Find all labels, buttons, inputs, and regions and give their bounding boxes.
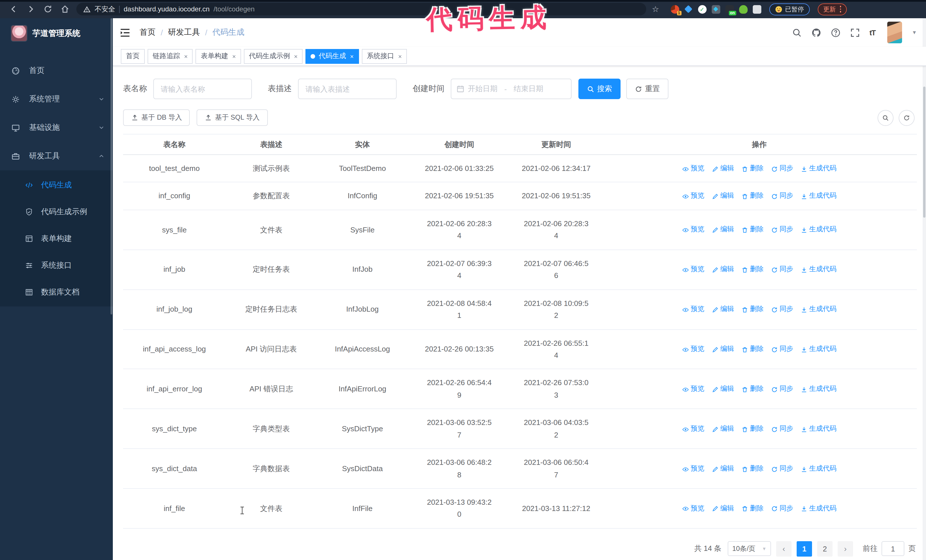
page-scrollbar[interactable]	[923, 18, 926, 560]
delete-action[interactable]: 删除	[741, 463, 764, 474]
edit-action[interactable]: 编辑	[712, 163, 734, 174]
edit-action[interactable]: 编辑	[712, 264, 734, 275]
page-button-1[interactable]: 1	[797, 541, 812, 557]
edit-action[interactable]: 编辑	[712, 463, 734, 474]
bookmark-icon[interactable]	[652, 5, 659, 14]
delete-action[interactable]: 删除	[741, 163, 764, 174]
tab-trace[interactable]: 链路追踪×	[148, 49, 193, 63]
sync-action[interactable]: 同步	[771, 503, 793, 514]
avatar[interactable]	[887, 22, 902, 43]
edit-action[interactable]: 编辑	[712, 503, 734, 514]
reset-button[interactable]: 重置	[626, 78, 669, 99]
extension-icon[interactable]	[698, 5, 706, 14]
generate-code-action[interactable]: 生成代码	[800, 383, 837, 395]
tab-form-builder[interactable]: 表单构建×	[196, 49, 241, 63]
sidebar-item-home[interactable]: 首页	[0, 56, 113, 85]
delete-action[interactable]: 删除	[741, 383, 764, 395]
fullscreen-icon[interactable]	[850, 28, 860, 37]
sidebar-item-infra[interactable]: 基础设施	[0, 113, 113, 142]
delete-action[interactable]: 删除	[741, 224, 764, 235]
edit-action[interactable]: 编辑	[712, 423, 734, 435]
delete-action[interactable]: 删除	[741, 344, 764, 355]
sync-action[interactable]: 同步	[771, 224, 793, 235]
sync-action[interactable]: 同步	[771, 344, 793, 355]
date-range-picker[interactable]: 开始日期 - 结束日期	[451, 78, 572, 99]
preview-action[interactable]: 预览	[682, 383, 704, 395]
generate-code-action[interactable]: 生成代码	[800, 423, 837, 435]
preview-action[interactable]: 预览	[682, 344, 704, 355]
font-size-icon[interactable]: tT	[870, 28, 876, 37]
search-button[interactable]: 搜索	[578, 78, 620, 99]
table-name-input[interactable]	[153, 78, 252, 99]
tab-close-icon[interactable]: ×	[232, 53, 236, 60]
preview-action[interactable]: 预览	[682, 163, 704, 174]
edit-action[interactable]: 编辑	[712, 190, 734, 202]
extension-icon[interactable]	[711, 5, 720, 14]
sidebar-item-form-builder[interactable]: 表单构建	[0, 225, 113, 252]
sync-action[interactable]: 同步	[771, 383, 793, 395]
preview-action[interactable]: 预览	[682, 224, 704, 235]
generate-code-action[interactable]: 生成代码	[800, 264, 837, 275]
preview-action[interactable]: 预览	[682, 503, 704, 514]
tab-home[interactable]: 首页	[121, 49, 145, 63]
search-icon[interactable]	[792, 28, 802, 37]
date-start-placeholder[interactable]: 开始日期	[468, 84, 498, 94]
generate-code-action[interactable]: 生成代码	[800, 463, 837, 474]
tab-close-icon[interactable]: ×	[350, 53, 354, 60]
sidebar-scrollbar[interactable]	[110, 18, 112, 314]
tab-codegen[interactable]: 代码生成×	[306, 49, 359, 63]
generate-code-action[interactable]: 生成代码	[800, 503, 837, 514]
user-menu-caret-icon[interactable]	[912, 30, 917, 35]
edit-action[interactable]: 编辑	[712, 303, 734, 315]
extension-icon[interactable]	[684, 5, 693, 14]
table-desc-input[interactable]	[298, 78, 396, 99]
edit-action[interactable]: 编辑	[712, 224, 734, 235]
sidebar-item-devtools[interactable]: 研发工具	[0, 142, 113, 171]
sync-action[interactable]: 同步	[771, 163, 793, 174]
preview-action[interactable]: 预览	[682, 463, 704, 474]
github-icon[interactable]	[811, 28, 821, 37]
extension-icon[interactable]: on	[725, 5, 734, 14]
home-icon[interactable]	[61, 5, 70, 14]
sidebar-item-api[interactable]: 系统接口	[0, 252, 113, 279]
extensions-puzzle-icon[interactable]	[752, 5, 761, 14]
page-size-select[interactable]: 10条/页	[728, 542, 771, 556]
generate-code-action[interactable]: 生成代码	[800, 190, 837, 202]
forward-icon[interactable]	[26, 5, 35, 14]
tab-codegen-demo[interactable]: 代码生成示例×	[244, 49, 303, 63]
preview-action[interactable]: 预览	[682, 423, 704, 435]
edit-action[interactable]: 编辑	[712, 383, 734, 395]
delete-action[interactable]: 删除	[741, 303, 764, 315]
sidebar-item-db-doc[interactable]: 数据库文档	[0, 279, 113, 305]
reload-icon[interactable]	[43, 5, 53, 14]
address-bar[interactable]: 不安全 dashboard.yudao.iocoder.cn/tool/code…	[76, 3, 646, 15]
refresh-table-button[interactable]	[899, 110, 915, 125]
delete-action[interactable]: 删除	[741, 423, 764, 435]
preview-action[interactable]: 预览	[682, 264, 704, 275]
goto-page-input[interactable]	[882, 542, 904, 556]
sync-action[interactable]: 同步	[771, 264, 793, 275]
tab-close-icon[interactable]: ×	[398, 53, 402, 60]
page-button-2[interactable]: 2	[817, 541, 832, 557]
profile-paused-badge[interactable]: 已暂停	[769, 3, 809, 15]
sync-action[interactable]: 同步	[771, 190, 793, 202]
breadcrumb-item[interactable]: 首页	[139, 27, 156, 38]
sidebar-item-codegen[interactable]: 代码生成	[0, 172, 113, 198]
breadcrumb-item[interactable]: 研发工具	[168, 27, 200, 38]
browser-menu-icon[interactable]	[840, 6, 841, 12]
logo[interactable]: 芋道管理系统	[0, 18, 113, 48]
tab-close-icon[interactable]: ×	[294, 53, 298, 60]
scrollbar-thumb[interactable]	[923, 87, 925, 217]
delete-action[interactable]: 删除	[741, 190, 764, 202]
extension-icon[interactable]	[739, 5, 747, 14]
tab-api[interactable]: 系统接口×	[362, 49, 407, 63]
prev-page-button[interactable]	[776, 541, 791, 557]
generate-code-action[interactable]: 生成代码	[800, 344, 837, 355]
sync-action[interactable]: 同步	[771, 463, 793, 474]
generate-code-action[interactable]: 生成代码	[800, 163, 837, 174]
preview-action[interactable]: 预览	[682, 190, 704, 202]
import-db-button[interactable]: 基于 DB 导入	[123, 109, 190, 126]
generate-code-action[interactable]: 生成代码	[800, 224, 837, 235]
toggle-search-button[interactable]	[878, 110, 894, 125]
sync-action[interactable]: 同步	[771, 303, 793, 315]
